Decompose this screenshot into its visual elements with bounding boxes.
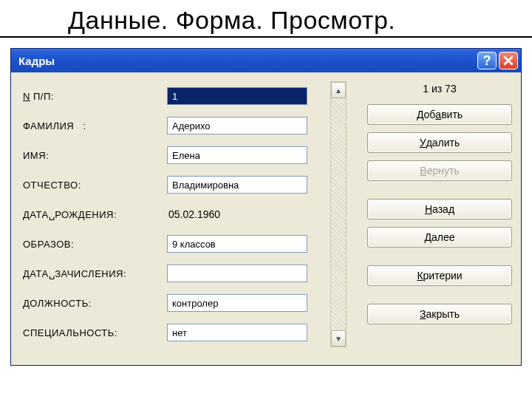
form-scrollbar[interactable]: ▲ ▼ [330, 81, 347, 347]
label-position: ДОЛЖНОСТЬ: [23, 298, 167, 309]
input-npp[interactable] [167, 87, 307, 105]
label-birthdate: ДАТА␣РОЖДЕНИЯ: [23, 209, 167, 220]
scroll-up-button[interactable]: ▲ [331, 82, 346, 98]
input-name[interactable] [167, 146, 307, 164]
input-patronymic[interactable] [167, 176, 307, 194]
window-title: Кадры [18, 55, 475, 67]
side-buttons: 1 из 73 Добавить Удалить Вернуть Назад Д… [347, 81, 512, 347]
restore-button: Вернуть [367, 160, 512, 181]
help-icon: ? [483, 53, 491, 69]
label-npp: N П/П: [23, 91, 167, 102]
titlebar[interactable]: Кадры ? [11, 49, 521, 72]
value-birthdate: 05.02.1960 [167, 208, 220, 220]
input-position[interactable] [167, 294, 307, 312]
add-button[interactable]: Добавить [367, 104, 512, 125]
label-enrolldate: ДАТА␣ЗАЧИСЛЕНИЯ: [23, 268, 167, 279]
back-button[interactable]: Назад [367, 199, 512, 219]
criteria-button[interactable]: Критерии [367, 265, 512, 286]
input-surname[interactable] [167, 117, 307, 134]
record-counter: 1 из 73 [367, 81, 512, 100]
chevron-down-icon: ▼ [335, 335, 342, 343]
label-name: ИМЯ: [23, 150, 167, 161]
input-education[interactable] [167, 235, 307, 253]
label-specialty: СПЕЦИАЛЬНОСТЬ: [23, 327, 167, 338]
input-specialty[interactable] [167, 324, 307, 341]
close-icon [503, 55, 514, 66]
label-patronymic: ОТЧЕСТВО: [23, 180, 167, 191]
form-fields: N П/П: ФАМИЛИЯ : ИМЯ: ОТЧЕСТВО: ДАТА␣РОЖ… [23, 81, 326, 347]
input-enrolldate[interactable] [167, 265, 307, 282]
label-education: ОБРАЗОВ: [23, 239, 167, 250]
close-button[interactable]: Закрыть [367, 304, 512, 324]
dialog-window: Кадры ? N П/П: ФАМИЛИЯ : ИМЯ: ОТЧЕСТВО: [10, 48, 522, 366]
client-area: N П/П: ФАМИЛИЯ : ИМЯ: ОТЧЕСТВО: ДАТА␣РОЖ… [11, 72, 521, 365]
chevron-up-icon: ▲ [335, 86, 342, 95]
delete-button[interactable]: Удалить [367, 132, 512, 153]
scroll-down-button[interactable]: ▼ [331, 330, 346, 347]
label-surname: ФАМИЛИЯ : [23, 120, 167, 132]
help-button[interactable]: ? [477, 52, 497, 69]
next-button[interactable]: Далее [367, 227, 512, 248]
page-heading: Данные. Форма. Просмотр. [0, 0, 532, 38]
scroll-track[interactable] [331, 98, 346, 330]
close-window-button[interactable] [499, 52, 518, 69]
